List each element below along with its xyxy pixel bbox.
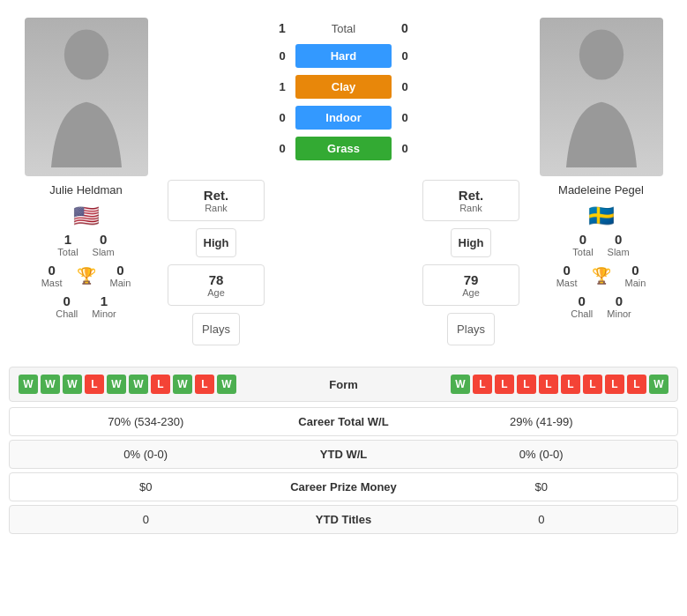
right-plays-label: Plays	[457, 323, 485, 336]
left-main-stat: 0 Main	[110, 263, 131, 288]
total-right-score: 0	[396, 21, 414, 35]
right-main-stat: 0 Main	[625, 263, 646, 288]
right-player-main-stats: 0 Total 0 Slam	[572, 232, 629, 257]
right-form-badge-l: L	[517, 375, 536, 394]
right-form-badge-l: L	[495, 375, 514, 394]
main-container: Julie Heldman 🇺🇸 1 Total 0 Slam 0 Mast 🏆	[0, 0, 687, 546]
stats-right-0: 29% (41-99)	[414, 415, 669, 428]
left-plays-box: Plays	[192, 313, 240, 345]
right-age-label: Age	[462, 287, 480, 298]
left-middle-stats: Ret. Rank High 78 Age Plays	[163, 9, 269, 358]
grass-right-score: 0	[396, 142, 414, 155]
right-player-card: Madeleine Pegel 🇸🇪 0 Total 0 Slam 0 Mast…	[524, 9, 678, 358]
left-high-value: High	[204, 236, 229, 249]
right-form-badge-w: W	[451, 375, 470, 394]
left-high-box: High	[196, 228, 237, 257]
left-rank-box: Ret. Rank	[168, 180, 265, 221]
grass-left-score: 0	[273, 142, 291, 155]
right-form-badge-w: W	[649, 375, 668, 394]
hard-right-score: 0	[396, 49, 414, 63]
right-main-label: Main	[625, 278, 646, 288]
right-rank-value: Ret.	[459, 188, 483, 203]
left-chall-minor-row: 0 Chall 1 Minor	[56, 293, 116, 319]
right-chall-minor-row: 0 Chall 0 Minor	[571, 293, 631, 319]
right-chall-value: 0	[579, 293, 586, 308]
right-age-value: 79	[464, 272, 479, 287]
stats-center-label-1: YTD W/L	[273, 448, 414, 461]
right-minor-value: 0	[616, 293, 623, 308]
right-form-badge-l: L	[583, 375, 602, 394]
right-form-badge-l: L	[561, 375, 580, 394]
stats-center-label-2: Career Prize Money	[273, 480, 414, 494]
total-row: 1 Total 0	[273, 18, 414, 39]
indoor-right-score: 0	[396, 111, 414, 124]
right-form-badge-l: L	[539, 375, 558, 394]
right-age-box: 79 Age	[422, 264, 519, 306]
stats-rows-container: 70% (534-230)Career Total W/L29% (41-99)…	[9, 407, 678, 534]
left-form-badge-l: L	[195, 375, 214, 394]
svg-point-1	[579, 29, 623, 79]
right-form-badges: WLLLLLLLLW	[451, 375, 668, 394]
stats-center-label-3: YTD Titles	[273, 513, 414, 526]
right-high-box: High	[451, 228, 492, 257]
left-mast-stat: 0 Mast	[41, 263, 63, 288]
stats-row-1: 0% (0-0)YTD W/L0% (0-0)	[9, 440, 678, 469]
right-total-value: 0	[579, 232, 586, 247]
left-total-value: 1	[64, 232, 71, 247]
right-plays-box: Plays	[447, 313, 495, 345]
total-left-score: 1	[273, 21, 291, 35]
left-minor-value: 1	[101, 293, 108, 308]
hard-row: 0 Hard 0	[273, 42, 414, 70]
left-trophy-row: 0 Mast 🏆 0 Main	[41, 263, 131, 288]
clay-row: 1 Clay 0	[273, 73, 414, 100]
right-high-value: High	[459, 236, 484, 249]
right-player-flag: 🇸🇪	[588, 204, 615, 228]
left-form-badge-w: W	[19, 375, 38, 394]
right-trophy-row: 0 Mast 🏆 0 Main	[556, 263, 646, 288]
left-form-badge-w: W	[41, 375, 60, 394]
left-age-label: Age	[207, 287, 225, 298]
form-section: WWWLWWLWLW Form WLLLLLLLLW	[9, 367, 678, 402]
right-total-label: Total	[572, 247, 593, 257]
right-form-badge-l: L	[605, 375, 624, 394]
right-chall-label: Chall	[571, 308, 593, 319]
right-middle-stats: Ret. Rank High 79 Age Plays	[418, 9, 524, 358]
left-main-value: 0	[116, 263, 123, 278]
center-section: 1 Total 0 0 Hard 0 1 Clay 0 0 Indoor 0	[269, 9, 418, 358]
left-player-flag: 🇺🇸	[73, 204, 100, 228]
left-slam-value: 0	[100, 232, 107, 247]
right-slam-label: Slam	[608, 247, 630, 257]
indoor-left-score: 0	[273, 111, 291, 124]
left-total-stat: 1 Total	[57, 232, 78, 257]
left-player-name: Julie Heldman	[49, 183, 122, 197]
left-age-value: 78	[209, 272, 224, 287]
right-mast-stat: 0 Mast	[556, 263, 578, 288]
stats-row-3: 0YTD Titles0	[9, 505, 678, 534]
left-chall-label: Chall	[56, 308, 78, 319]
left-form-badge-w: W	[107, 375, 126, 394]
right-form-badge-l: L	[627, 375, 646, 394]
grass-badge: Grass	[295, 137, 392, 160]
left-main-label: Main	[110, 278, 131, 288]
stats-right-2: $0	[414, 480, 669, 494]
left-mast-value: 0	[48, 263, 55, 278]
total-label: Total	[291, 22, 396, 35]
indoor-badge: Indoor	[295, 106, 392, 130]
right-minor-stat: 0 Minor	[607, 293, 631, 319]
right-trophy-icon: 🏆	[592, 266, 611, 286]
stats-row-2: $0Career Prize Money$0	[9, 472, 678, 501]
left-form-badge-l: L	[85, 375, 104, 394]
stats-left-2: $0	[19, 480, 273, 494]
right-slam-value: 0	[615, 232, 622, 247]
right-rank-label: Rank	[459, 203, 482, 213]
left-age-box: 78 Age	[168, 264, 265, 306]
left-form-badges: WWWLWWLWLW	[19, 375, 236, 394]
left-rank-label: Rank	[205, 203, 228, 213]
left-rank-value: Ret.	[204, 188, 228, 203]
right-player-avatar	[540, 18, 663, 176]
right-chall-stat: 0 Chall	[571, 293, 593, 319]
clay-badge: Clay	[295, 75, 392, 99]
left-slam-label: Slam	[93, 247, 115, 257]
left-minor-stat: 1 Minor	[92, 293, 116, 319]
left-form-badge-w: W	[217, 375, 236, 394]
